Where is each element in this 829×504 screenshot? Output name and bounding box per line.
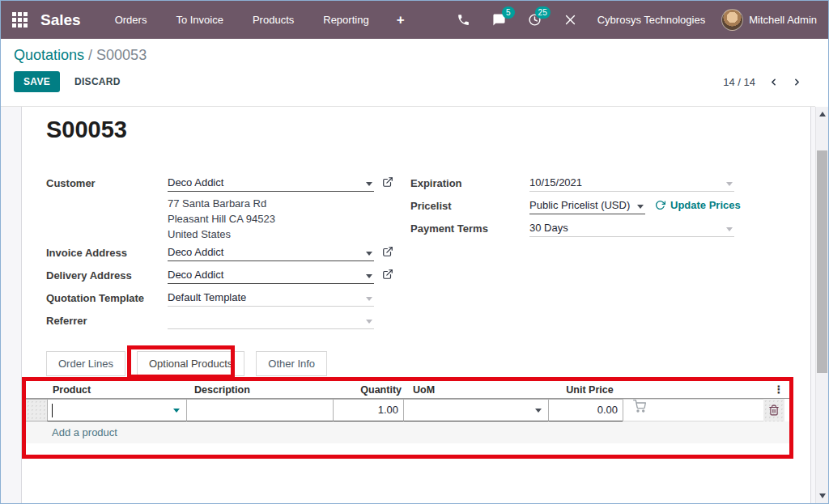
column-unit-price[interactable]: Unit Price xyxy=(552,384,627,396)
table-row: 1.00 0.00 xyxy=(26,399,789,421)
navbar-right: 5 25 Cybrosys Technologies Mitchell Admi… xyxy=(450,8,817,32)
text-cursor xyxy=(52,404,53,417)
delivery-address-field[interactable]: Deco Addict xyxy=(168,269,374,284)
save-button[interactable]: SAVE xyxy=(14,71,60,92)
company-switcher[interactable]: Cybrosys Technologies xyxy=(597,14,705,26)
tab-order-lines[interactable]: Order Lines xyxy=(46,351,125,376)
external-link-icon[interactable] xyxy=(382,269,393,282)
external-link-icon[interactable] xyxy=(382,246,393,260)
row-handle[interactable] xyxy=(26,399,48,421)
chevron-down-icon[interactable] xyxy=(366,252,372,256)
chevron-down-icon[interactable] xyxy=(726,227,733,231)
breadcrumb-current: S00053 xyxy=(96,47,147,63)
user-menu[interactable]: Mitchell Admin xyxy=(721,9,817,31)
messages-badge: 5 xyxy=(502,6,515,19)
add-product-row: Add a product xyxy=(26,421,789,443)
quantity-input[interactable]: 1.00 xyxy=(333,399,404,421)
invoice-address-label: Invoice Address xyxy=(46,247,164,259)
trash-icon xyxy=(768,404,780,416)
customer-field[interactable]: Deco Addict xyxy=(168,176,374,192)
update-prices-button[interactable]: Update Prices xyxy=(655,199,741,211)
pager-next-icon[interactable] xyxy=(792,77,802,87)
breadcrumb: Quotations / S00053 xyxy=(14,47,802,64)
external-link-icon[interactable] xyxy=(382,176,393,190)
main-menu: Orders To Invoice Products Reporting + xyxy=(104,9,414,32)
quotation-template-field[interactable]: Default Template xyxy=(168,291,374,307)
breadcrumb-separator: / xyxy=(84,47,96,63)
uom-select[interactable] xyxy=(403,399,549,421)
chevron-down-icon[interactable] xyxy=(726,182,733,186)
control-panel: Quotations / S00053 SAVE DISCARD 14 / 14 xyxy=(1,39,815,107)
chevron-down-icon[interactable] xyxy=(366,297,372,301)
chevron-down-icon[interactable] xyxy=(637,205,644,209)
pricelist-label: Pricelist xyxy=(410,200,528,212)
messages-icon[interactable]: 5 xyxy=(486,8,513,32)
customer-label: Customer xyxy=(46,177,164,189)
quotation-template-label: Quotation Template xyxy=(46,292,164,304)
delivery-address-label: Delivery Address xyxy=(46,269,164,282)
menu-orders[interactable]: Orders xyxy=(104,9,159,31)
optional-columns-icon[interactable]: ⋮ xyxy=(774,386,784,394)
menu-products[interactable]: Products xyxy=(241,9,305,31)
chevron-down-icon[interactable] xyxy=(366,182,372,186)
phone-icon[interactable] xyxy=(450,8,478,32)
add-a-product-link[interactable]: Add a product xyxy=(26,426,117,438)
table-header-row: Product Description Quantity UoM Unit Pr… xyxy=(26,381,789,399)
scroll-up-icon[interactable] xyxy=(819,112,826,116)
vertical-scrollbar[interactable] xyxy=(815,107,828,503)
tools-icon[interactable] xyxy=(557,8,585,32)
form-view: S00053 Customer Deco Addict 77 Santa Bar… xyxy=(1,107,815,503)
tab-optional-products[interactable]: Optional Products xyxy=(137,351,244,376)
page-title: S00053 xyxy=(46,116,127,143)
user-avatar xyxy=(721,9,743,31)
cart-icon[interactable] xyxy=(623,399,646,415)
column-product[interactable]: Product xyxy=(48,384,188,396)
app-name[interactable]: Sales xyxy=(40,11,81,29)
app-window: Sales Orders To Invoice Products Reporti… xyxy=(0,0,829,504)
expiration-field[interactable]: 10/15/2021 xyxy=(529,176,734,192)
chevron-down-icon[interactable] xyxy=(173,409,180,413)
unit-price-input[interactable]: 0.00 xyxy=(548,399,623,421)
referrer-label: Referrer xyxy=(46,315,164,327)
menu-reporting[interactable]: Reporting xyxy=(312,9,380,31)
pager-previous-icon[interactable] xyxy=(768,77,779,87)
payment-terms-field[interactable]: 30 Days xyxy=(529,222,734,237)
refresh-icon xyxy=(655,200,665,210)
column-uom[interactable]: UoM xyxy=(406,384,552,396)
add-to-order-cell xyxy=(623,399,763,421)
pager: 14 / 14 xyxy=(723,76,802,88)
referrer-field[interactable] xyxy=(168,314,374,329)
plus-menu[interactable]: + xyxy=(387,9,414,32)
scrollbar-thumb[interactable] xyxy=(817,150,827,373)
customer-address-line: 77 Santa Barbara Rd xyxy=(168,196,266,211)
menu-to-invoice[interactable]: To Invoice xyxy=(164,9,235,31)
payment-terms-label: Payment Terms xyxy=(410,222,528,235)
expiration-label: Expiration xyxy=(410,177,528,189)
description-input[interactable] xyxy=(186,399,334,421)
breadcrumb-quotations[interactable]: Quotations xyxy=(14,47,84,63)
form-sheet: S00053 Customer Deco Addict 77 Santa Bar… xyxy=(21,107,811,503)
column-quantity[interactable]: Quantity xyxy=(335,384,406,396)
pricelist-field[interactable]: Public Pricelist (USD) xyxy=(529,199,645,214)
customer-address-line: Pleasant Hill CA 94523 xyxy=(168,211,275,227)
activities-clock-icon[interactable]: 25 xyxy=(521,8,549,32)
scroll-down-icon[interactable] xyxy=(819,493,826,498)
tab-other-info[interactable]: Other Info xyxy=(256,351,327,376)
discard-button[interactable]: DISCARD xyxy=(74,76,121,87)
notebook-tabs: Order Lines Optional Products Other Info xyxy=(46,351,327,376)
product-input[interactable] xyxy=(47,399,187,421)
optional-products-table: Product Description Quantity UoM Unit Pr… xyxy=(26,381,789,443)
activities-badge: 25 xyxy=(535,6,551,19)
user-name: Mitchell Admin xyxy=(749,14,817,26)
column-description[interactable]: Description xyxy=(188,384,335,396)
chevron-down-icon[interactable] xyxy=(366,320,372,324)
invoice-address-field[interactable]: Deco Addict xyxy=(168,246,374,261)
customer-address-line: United States xyxy=(168,227,231,242)
pager-value[interactable]: 14 / 14 xyxy=(723,76,755,88)
top-navbar: Sales Orders To Invoice Products Reporti… xyxy=(1,1,828,39)
apps-grid-icon[interactable] xyxy=(12,12,28,28)
delete-row-button[interactable] xyxy=(763,399,784,421)
chevron-down-icon[interactable] xyxy=(535,409,542,413)
chevron-down-icon[interactable] xyxy=(366,274,372,278)
